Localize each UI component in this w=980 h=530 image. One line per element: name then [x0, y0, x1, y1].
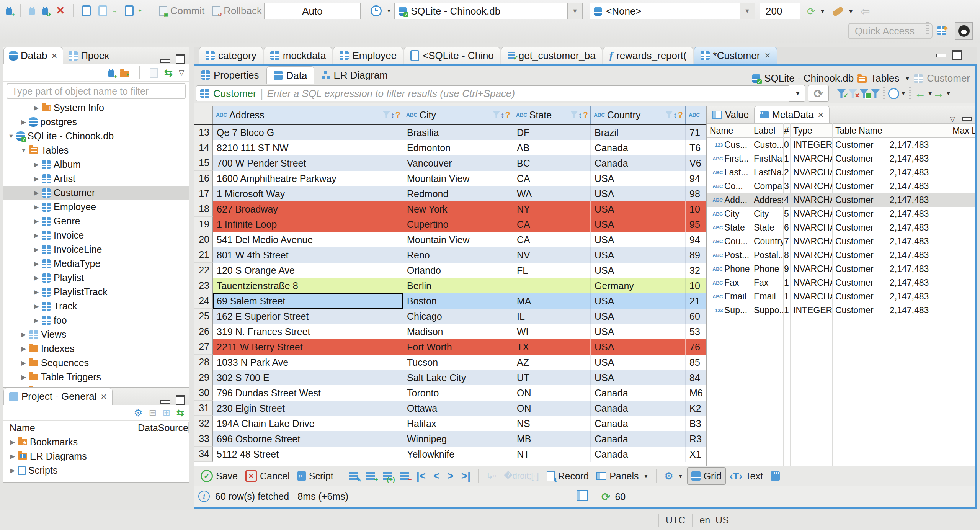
commit-button[interactable]: ▣ Commit — [156, 2, 208, 19]
add-row-icon[interactable]: + — [362, 468, 379, 484]
table-row[interactable]: 281033 N Park AveTucsonAZUSA85 — [194, 355, 706, 370]
commit-mode-combo[interactable]: Auto — [264, 3, 361, 19]
meta-name-cell[interactable]: ABCFax — [707, 278, 751, 288]
metadata-row[interactable]: ABCPost...Postal...8NVARCHARCustomer2,14… — [707, 248, 977, 262]
cell-address[interactable]: 627 Broadway — [213, 201, 403, 217]
panel-toggle-icon[interactable] — [577, 489, 588, 501]
tree-arrow-icon[interactable]: ▶ — [33, 260, 40, 267]
column-header-number[interactable]: # — [783, 126, 790, 136]
back-button[interactable]: ⇦ — [858, 3, 873, 20]
tree-arrow-icon[interactable]: ▶ — [33, 203, 40, 211]
new-sql-editor-button[interactable]: + — [122, 2, 144, 19]
cell-postalcode[interactable]: 53 — [686, 324, 706, 339]
metadata-row[interactable]: ABCPhonePhone9NVARCHARCustomer2,147,483 — [707, 262, 977, 276]
tree-arrow-icon[interactable]: ▶ — [20, 345, 28, 352]
cancel-button[interactable]: ✕Cancel — [242, 468, 294, 484]
minimize-icon[interactable] — [160, 400, 170, 404]
cell-state[interactable]: MB — [513, 431, 591, 447]
cell-city[interactable]: Reno — [403, 247, 513, 263]
cell-address[interactable]: 162 E Superior Street — [213, 309, 403, 324]
sidebar-item-sequences[interactable]: ▶Sequences — [3, 356, 189, 370]
column-header-city[interactable]: ABCCity↕? — [403, 106, 513, 124]
row-number-cell[interactable]: 33 — [194, 431, 213, 447]
table-row[interactable]: 31230 Elgin StreetOttawaONCanadaK2 — [194, 401, 706, 416]
row-number-cell[interactable]: 14 — [194, 140, 213, 155]
meta-number-cell[interactable]: 4 — [783, 195, 790, 205]
meta-number-cell[interactable]: 8 — [783, 250, 790, 260]
cell-address[interactable]: 796 Dundas Street West — [213, 385, 403, 401]
cell-city[interactable]: Edmonton — [403, 140, 513, 155]
sql-editor-button[interactable] — [79, 2, 94, 19]
save-button[interactable]: ✓Save — [197, 468, 242, 484]
cell-city[interactable]: Boston — [403, 293, 513, 309]
cell-country[interactable]: USA — [591, 232, 686, 247]
cell-postalcode[interactable]: R3 — [686, 431, 706, 447]
cell-city[interactable]: Toronto — [403, 385, 513, 401]
metadata-row[interactable]: ABCFirst...FirstNa...1NVARCHARCustomer2,… — [707, 152, 977, 165]
cell-address[interactable]: 700 W Pender Street — [213, 155, 403, 171]
cell-country[interactable]: USA — [591, 370, 686, 385]
column-header-datasource[interactable]: DataSource — [133, 422, 189, 433]
table-row[interactable]: 26319 N. Frances StreetMadisonWIUSA53 — [194, 324, 706, 339]
cell-country[interactable]: USA — [591, 186, 686, 201]
table-row[interactable]: 29302 S 700 ESalt Lake CityUTUSA84 — [194, 370, 706, 385]
cell-state[interactable]: BC — [513, 155, 591, 171]
meta-name-cell[interactable]: ABCCity — [707, 209, 751, 219]
cell-address[interactable]: 541 Del Medio Avenue — [213, 232, 403, 247]
cell-country[interactable]: Canada — [591, 416, 686, 431]
new-folder-icon[interactable]: + — [120, 71, 129, 77]
meta-table-cell[interactable]: Customer — [832, 195, 887, 205]
meta-type-cell[interactable]: NVARCHAR — [790, 236, 832, 247]
refresh-button[interactable]: ⟳▼ — [804, 3, 828, 20]
meta-label-cell[interactable]: Country — [751, 236, 783, 247]
meta-name-cell[interactable]: ABCLast... — [707, 167, 751, 178]
cell-state[interactable]: UT — [513, 370, 591, 385]
meta-type-cell[interactable]: INTEGER — [790, 140, 832, 150]
meta-label-cell[interactable]: Phone — [751, 264, 783, 274]
tab-database-navigator[interactable]: Datab✕ — [3, 47, 63, 64]
cell-country[interactable]: Canada — [591, 447, 686, 462]
edit-row-icon[interactable]: ✎ — [345, 468, 362, 484]
breadcrumb-db[interactable]: SQLite - Chinook.db — [764, 72, 854, 84]
breadcrumb-tables[interactable]: Tables — [871, 72, 899, 84]
meta-max-cell[interactable]: 2,147,483 — [887, 195, 977, 205]
tree-arrow-icon[interactable]: ▶ — [33, 161, 40, 168]
meta-name-cell[interactable]: ABCFirst... — [707, 154, 751, 164]
cell-postalcode[interactable]: B3 — [686, 416, 706, 431]
meta-type-cell[interactable]: NVARCHAR — [790, 222, 832, 233]
meta-label-cell[interactable]: FirstNa... — [751, 154, 783, 164]
sidebar-item-track[interactable]: ▶Track — [3, 299, 189, 313]
sidebar-item-customer[interactable]: ▶Customer — [3, 186, 189, 200]
table-row[interactable]: 171 Microsoft WayRedmondWAUSA98 — [194, 186, 706, 201]
disconnect-button[interactable]: ✕ — [53, 2, 68, 19]
cell-state[interactable]: CA — [513, 171, 591, 186]
row-number-cell[interactable]: 28 — [194, 355, 213, 370]
meta-label-cell[interactable]: LastNa... — [751, 167, 783, 178]
tab-data[interactable]: Data — [266, 66, 315, 84]
cell-postalcode[interactable]: 10 — [686, 201, 706, 217]
history-button[interactable]: ▼ — [368, 2, 395, 19]
cell-postalcode[interactable]: 94 — [686, 171, 706, 186]
cell-city[interactable]: Ottawa — [403, 401, 513, 416]
meta-label-cell[interactable]: Custo... — [751, 140, 783, 150]
help-icon[interactable]: ? — [583, 110, 588, 120]
metadata-row[interactable]: ABCStateState6NVARCHARCustomer2,147,483 — [707, 221, 977, 234]
row-number-cell[interactable]: 34 — [194, 447, 213, 462]
sort-icon[interactable]: ↕ — [578, 111, 582, 119]
delete-row-icon[interactable]: − — [396, 468, 413, 484]
cell-city[interactable]: Tucson — [403, 355, 513, 370]
column-header-max-length[interactable]: Max L — [887, 126, 977, 136]
new-connection-icon[interactable]: + — [108, 70, 114, 77]
tree-arrow-icon[interactable]: ▶ — [9, 453, 16, 460]
tree-arrow-icon[interactable]: ▶ — [33, 246, 40, 253]
meta-max-cell[interactable]: 2,147,483 — [887, 291, 977, 302]
editor-tab--sqlite-chino[interactable]: <SQLite - Chino — [404, 47, 500, 64]
cell-address[interactable]: 194A Chain Lake Drive — [213, 416, 403, 431]
column-header-state[interactable]: ABCState↕? — [513, 106, 591, 124]
meta-max-cell[interactable]: 2,147,483 — [887, 181, 977, 191]
tree-arrow-icon[interactable]: ▼ — [7, 133, 15, 140]
meta-number-cell[interactable]: 7 — [783, 236, 790, 247]
prev-row-icon[interactable]: < — [430, 470, 443, 482]
meta-type-cell[interactable]: NVARCHAR — [790, 264, 832, 274]
row-number-cell[interactable]: 20 — [194, 232, 213, 247]
